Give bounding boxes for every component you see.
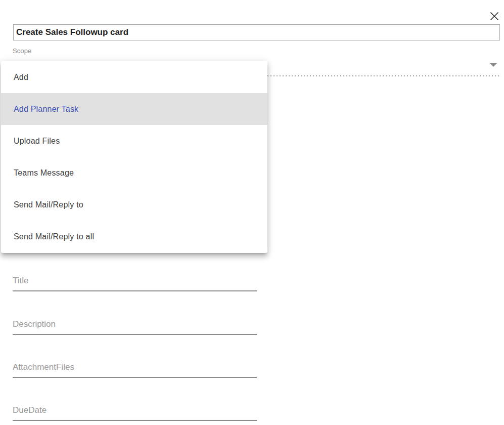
scope-options-menu: Add Add Planner Task Upload Files Teams … [1, 61, 267, 253]
scope-label: Scope [13, 47, 31, 55]
attachment-files-field[interactable] [13, 360, 257, 378]
create-card-dialog: Scope Add Add Planner Task Upload Files … [0, 0, 504, 425]
description-field[interactable] [13, 317, 257, 335]
close-icon [489, 11, 499, 21]
menu-item-add[interactable]: Add [1, 61, 267, 93]
menu-item-upload-files[interactable]: Upload Files [1, 125, 267, 157]
close-button[interactable] [486, 8, 502, 24]
menu-item-send-mail-reply-to-all[interactable]: Send Mail/Reply to all [1, 221, 267, 252]
menu-item-send-mail-reply-to[interactable]: Send Mail/Reply to [1, 189, 267, 221]
menu-item-add-planner-task[interactable]: Add Planner Task [1, 93, 267, 125]
card-title-input[interactable] [13, 24, 500, 40]
chevron-down-icon [490, 63, 497, 67]
menu-item-teams-message[interactable]: Teams Message [1, 157, 267, 189]
due-date-field[interactable] [13, 403, 257, 421]
title-field[interactable] [13, 273, 257, 291]
